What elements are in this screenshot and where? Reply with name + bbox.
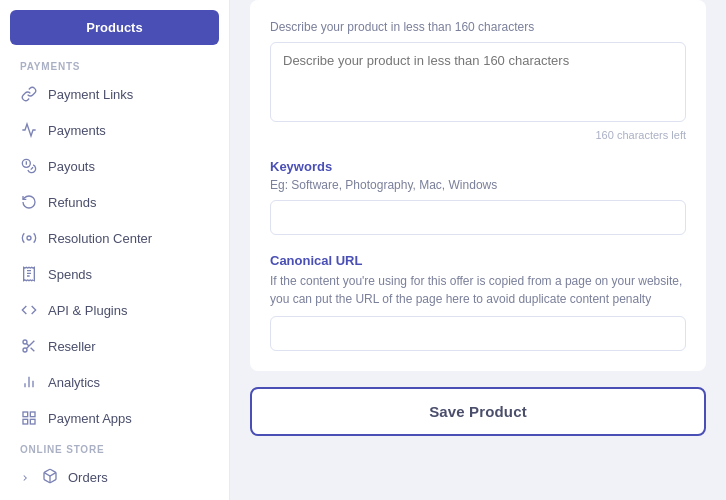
char-count: 160 characters left: [270, 129, 686, 141]
sidebar-item-analytics[interactable]: Analytics: [0, 364, 229, 400]
sidebar-item-payouts[interactable]: Payouts: [0, 148, 229, 184]
svg-point-1: [27, 236, 31, 240]
save-button-wrapper: Save Product: [250, 387, 706, 436]
sidebar: Products PAYMENTS Payment Links Payments…: [0, 0, 230, 500]
products-active-button[interactable]: Products: [10, 10, 219, 45]
sidebar-item-orders[interactable]: Orders: [0, 459, 229, 496]
svg-point-3: [23, 348, 27, 352]
save-product-button[interactable]: Save Product: [252, 389, 704, 434]
sidebar-item-label: Reseller: [48, 339, 96, 354]
svg-rect-12: [30, 419, 35, 424]
svg-line-5: [31, 348, 35, 352]
sidebar-item-label: Payments: [48, 123, 106, 138]
svg-point-2: [23, 340, 27, 344]
sidebar-item-label: Resolution Center: [48, 231, 152, 246]
sidebar-item-resolution-center[interactable]: Resolution Center: [0, 220, 229, 256]
grid-icon: [20, 409, 38, 427]
sidebar-item-label: Orders: [68, 470, 108, 485]
receipt-icon: [20, 265, 38, 283]
sidebar-item-label: Refunds: [48, 195, 96, 210]
sidebar-item-payments[interactable]: Payments: [0, 112, 229, 148]
link-icon: [20, 85, 38, 103]
sidebar-item-label: API & Plugins: [48, 303, 128, 318]
description-textarea[interactable]: [270, 42, 686, 122]
gear-circle-icon: [20, 229, 38, 247]
keywords-input[interactable]: [270, 200, 686, 235]
chevron-right-icon: [20, 473, 30, 483]
sidebar-item-payment-links[interactable]: Payment Links: [0, 76, 229, 112]
sidebar-item-spends[interactable]: Spends: [0, 256, 229, 292]
sidebar-item-label: Payouts: [48, 159, 95, 174]
keywords-section: Keywords Eg: Software, Photography, Mac,…: [270, 159, 686, 235]
sidebar-item-payment-apps[interactable]: Payment Apps: [0, 400, 229, 436]
canonical-url-input[interactable]: [270, 316, 686, 351]
keywords-hint: Eg: Software, Photography, Mac, Windows: [270, 178, 686, 192]
svg-rect-10: [23, 412, 28, 417]
keywords-label: Keywords: [270, 159, 686, 174]
svg-line-6: [26, 343, 29, 346]
svg-rect-11: [30, 412, 35, 417]
description-textarea-wrap: [270, 42, 686, 125]
svg-rect-13: [23, 419, 28, 424]
canonical-section: Canonical URL If the content you're usin…: [270, 253, 686, 351]
scissors-icon: [20, 337, 38, 355]
box-icon: [42, 468, 58, 487]
main-content: Describe your product in less than 160 c…: [230, 0, 726, 500]
sidebar-item-label: Payment Apps: [48, 411, 132, 426]
sidebar-item-api-plugins[interactable]: API & Plugins: [0, 292, 229, 328]
canonical-description: If the content you're using for this off…: [270, 272, 686, 308]
sidebar-item-label: Payment Links: [48, 87, 133, 102]
payments-section-label: PAYMENTS: [0, 53, 229, 76]
sidebar-item-label: Spends: [48, 267, 92, 282]
canonical-label: Canonical URL: [270, 253, 686, 268]
code-icon: [20, 301, 38, 319]
online-store-section-label: ONLINE STORE: [0, 436, 229, 459]
sidebar-item-label: Analytics: [48, 375, 100, 390]
sidebar-item-refunds[interactable]: Refunds: [0, 184, 229, 220]
sidebar-item-reseller[interactable]: Reseller: [0, 328, 229, 364]
description-card: Describe your product in less than 160 c…: [250, 0, 706, 371]
rotate-left-icon: [20, 193, 38, 211]
bar-chart-icon: [20, 373, 38, 391]
description-hint: Describe your product in less than 160 c…: [270, 20, 686, 141]
chart-line-icon: [20, 121, 38, 139]
coins-icon: [20, 157, 38, 175]
